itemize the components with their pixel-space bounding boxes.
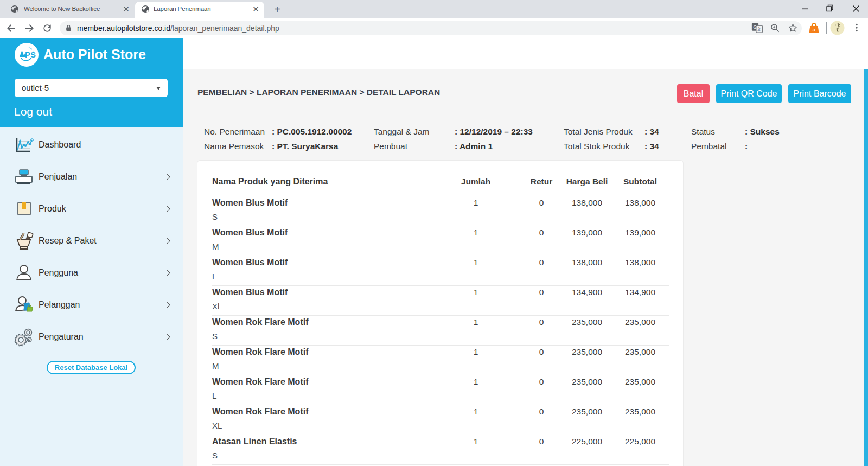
svg-text:a: a xyxy=(813,27,816,33)
svg-text:PS: PS xyxy=(25,50,36,59)
svg-text:文: 文 xyxy=(757,27,762,32)
